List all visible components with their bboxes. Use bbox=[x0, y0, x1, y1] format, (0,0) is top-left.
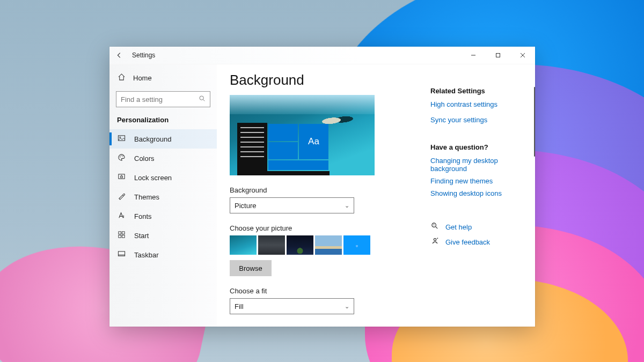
fit-select[interactable]: Fill ⌄ bbox=[230, 298, 354, 314]
get-help-link: Get help bbox=[445, 223, 472, 231]
choose-fit-label: Choose a fit bbox=[230, 287, 418, 295]
give-feedback-link: Give feedback bbox=[445, 238, 490, 246]
picture-thumbnails bbox=[230, 235, 418, 255]
sidebar-home-label: Home bbox=[133, 74, 152, 82]
home-icon bbox=[117, 73, 126, 83]
sidebar-item-fonts[interactable]: Fonts bbox=[109, 206, 217, 226]
feedback-icon bbox=[430, 237, 439, 247]
picture-icon bbox=[117, 134, 126, 144]
link-high-contrast[interactable]: High contrast settings bbox=[430, 100, 531, 108]
picture-thumb-4[interactable] bbox=[315, 235, 342, 255]
help-icon: ? bbox=[430, 222, 439, 232]
sidebar-item-themes[interactable]: Themes bbox=[109, 187, 217, 206]
give-feedback-row[interactable]: Give feedback bbox=[430, 237, 531, 247]
picture-thumb-5[interactable] bbox=[343, 235, 370, 255]
related-settings-head: Related Settings bbox=[430, 87, 531, 95]
svg-rect-1 bbox=[496, 54, 500, 57]
background-preview: Aa bbox=[230, 95, 375, 175]
page-heading: Background bbox=[230, 72, 418, 88]
sidebar-item-label: Fonts bbox=[134, 212, 152, 220]
svg-rect-12 bbox=[120, 176, 122, 178]
back-button[interactable] bbox=[112, 48, 127, 63]
sidebar: Home Find a setting Personalization Back… bbox=[109, 64, 217, 327]
right-column: Related Settings High contrast settings … bbox=[430, 64, 535, 327]
sidebar-item-background[interactable]: Background bbox=[109, 129, 217, 149]
chevron-down-icon: ⌄ bbox=[345, 202, 349, 209]
svg-point-9 bbox=[120, 155, 121, 156]
link-desktop-icons[interactable]: Showing desktop icons bbox=[430, 189, 531, 197]
preview-tile-text: Aa bbox=[299, 124, 328, 159]
maximize-button[interactable] bbox=[486, 47, 510, 64]
question-head: Have a question? bbox=[430, 143, 531, 151]
sidebar-item-label: Start bbox=[134, 232, 149, 240]
sidebar-item-label: Background bbox=[134, 135, 171, 143]
svg-point-10 bbox=[122, 156, 123, 157]
picture-thumb-1[interactable] bbox=[230, 235, 257, 255]
fit-value: Fill bbox=[235, 302, 244, 311]
link-sync-settings[interactable]: Sync your settings bbox=[430, 116, 531, 124]
lock-screen-icon bbox=[117, 173, 126, 182]
browse-button[interactable]: Browse bbox=[230, 260, 272, 276]
start-icon bbox=[117, 231, 126, 240]
search-input[interactable]: Find a setting bbox=[116, 91, 210, 107]
svg-rect-14 bbox=[122, 232, 125, 234]
background-type-select[interactable]: Picture ⌄ bbox=[230, 197, 354, 213]
search-icon bbox=[199, 95, 206, 104]
svg-point-8 bbox=[119, 157, 120, 158]
sidebar-item-label: Lock screen bbox=[134, 174, 172, 182]
background-type-label: Background bbox=[230, 186, 418, 194]
svg-point-21 bbox=[434, 239, 436, 241]
svg-line-5 bbox=[203, 100, 205, 101]
taskbar-icon bbox=[117, 250, 126, 260]
svg-rect-15 bbox=[118, 235, 121, 238]
sidebar-item-label: Taskbar bbox=[134, 251, 159, 259]
close-button[interactable] bbox=[510, 47, 535, 64]
picture-thumb-2[interactable] bbox=[258, 235, 285, 255]
background-type-value: Picture bbox=[235, 202, 256, 210]
window-title: Settings bbox=[132, 51, 155, 59]
link-finding-themes[interactable]: Finding new themes bbox=[430, 177, 531, 185]
svg-rect-16 bbox=[122, 235, 125, 238]
fonts-icon bbox=[117, 211, 126, 221]
svg-point-7 bbox=[119, 137, 120, 138]
sidebar-item-label: Colors bbox=[134, 154, 155, 162]
choose-picture-label: Choose your picture bbox=[230, 224, 418, 232]
titlebar: Settings bbox=[109, 47, 535, 64]
chevron-down-icon: ⌄ bbox=[345, 303, 349, 310]
sidebar-item-taskbar[interactable]: Taskbar bbox=[109, 245, 217, 264]
svg-point-4 bbox=[200, 96, 203, 100]
sidebar-item-colors[interactable]: Colors bbox=[109, 149, 217, 168]
minimize-button[interactable] bbox=[461, 47, 486, 64]
search-placeholder: Find a setting bbox=[121, 95, 163, 104]
palette-icon bbox=[117, 153, 126, 163]
svg-rect-13 bbox=[118, 232, 121, 234]
sidebar-home[interactable]: Home bbox=[109, 69, 217, 87]
sidebar-category: Personalization bbox=[109, 114, 217, 129]
settings-window: Settings Home Find a setting bbox=[109, 47, 535, 327]
sidebar-item-lock-screen[interactable]: Lock screen bbox=[109, 168, 217, 187]
sidebar-item-label: Themes bbox=[134, 193, 159, 201]
link-changing-background[interactable]: Changing my desktop background bbox=[430, 157, 531, 173]
content-area: Background Aa bbox=[217, 64, 430, 327]
sidebar-item-start[interactable]: Start bbox=[109, 226, 217, 245]
svg-rect-17 bbox=[118, 252, 125, 256]
get-help-row[interactable]: ? Get help bbox=[430, 222, 531, 232]
themes-icon bbox=[117, 192, 126, 202]
svg-text:?: ? bbox=[433, 224, 434, 227]
picture-thumb-3[interactable] bbox=[287, 235, 313, 255]
